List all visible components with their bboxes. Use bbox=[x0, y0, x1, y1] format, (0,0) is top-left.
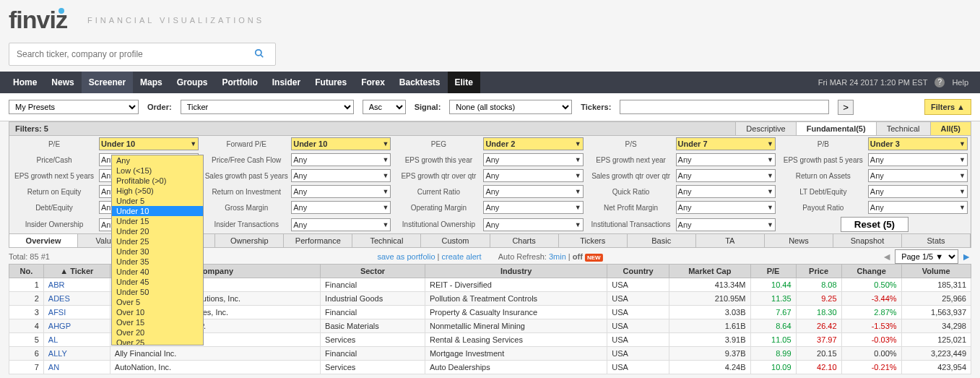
tab-all[interactable]: All(5) bbox=[930, 122, 971, 135]
tab-descriptive[interactable]: Descriptive bbox=[735, 122, 795, 135]
column-header[interactable]: Price bbox=[796, 265, 841, 278]
dropdown-item[interactable]: Under 35 bbox=[112, 257, 203, 267]
dropdown-item[interactable]: Under 30 bbox=[112, 246, 203, 257]
nav-screener[interactable]: Screener bbox=[82, 72, 133, 93]
dropdown-item[interactable]: High (>50) bbox=[112, 186, 203, 196]
dropdown-item[interactable]: Under 25 bbox=[112, 236, 203, 246]
pager-next-icon[interactable]: ► bbox=[961, 251, 971, 262]
cell-ticker[interactable]: ALLY bbox=[43, 347, 110, 361]
filter-select-gross_margin[interactable]: Any▼ bbox=[291, 201, 391, 214]
auto-refresh-on[interactable]: 3min bbox=[549, 252, 566, 261]
nav-groups[interactable]: Groups bbox=[170, 72, 215, 93]
pager-prev-icon[interactable]: ◄ bbox=[882, 251, 892, 262]
column-header[interactable]: Change bbox=[841, 265, 901, 278]
filter-select-sales_qoq[interactable]: Any▼ bbox=[676, 169, 776, 182]
view-tab-snapshot[interactable]: Snapshot bbox=[833, 234, 902, 247]
view-tab-ownership[interactable]: Ownership bbox=[215, 234, 284, 247]
filter-select-net_margin[interactable]: Any▼ bbox=[676, 201, 776, 214]
filters-toggle[interactable]: Filters ▲ bbox=[924, 99, 971, 115]
filter-select-peg[interactable]: Under 2▼ bbox=[483, 137, 583, 150]
column-header[interactable]: Industry bbox=[425, 265, 607, 278]
column-header[interactable]: ▲ Ticker bbox=[43, 265, 110, 278]
dropdown-item[interactable]: Under 10 bbox=[112, 206, 203, 216]
dropdown-item[interactable]: Low (<15) bbox=[112, 166, 203, 176]
filter-select-sales_past5[interactable]: Any▼ bbox=[291, 169, 391, 182]
pager-select[interactable]: Page 1/5 ▼ bbox=[895, 249, 958, 264]
view-tab-charts[interactable]: Charts bbox=[490, 234, 559, 247]
nav-portfolio[interactable]: Portfolio bbox=[214, 72, 264, 93]
create-alert-link[interactable]: create alert bbox=[442, 252, 482, 261]
column-header[interactable]: Volume bbox=[901, 265, 971, 278]
nav-elite[interactable]: Elite bbox=[448, 72, 480, 93]
filter-select-forward_pe[interactable]: Under 10▼ bbox=[291, 137, 391, 150]
dropdown-item[interactable]: Under 5 bbox=[112, 196, 203, 206]
column-header[interactable]: No. bbox=[9, 265, 44, 278]
dropdown-item[interactable]: Any bbox=[112, 155, 203, 166]
filter-select-inst_own[interactable]: Any▼ bbox=[483, 218, 583, 231]
help-icon[interactable]: ? bbox=[935, 77, 945, 87]
filter-select-eps_past5[interactable]: Any▼ bbox=[868, 153, 968, 166]
column-header[interactable]: Country bbox=[607, 265, 669, 278]
view-tab-stats[interactable]: Stats bbox=[902, 234, 971, 247]
nav-home[interactable]: Home bbox=[6, 72, 44, 93]
direction-select[interactable]: Asc bbox=[363, 100, 406, 114]
signal-select[interactable]: None (all stocks) bbox=[449, 100, 572, 114]
nav-news[interactable]: News bbox=[44, 72, 81, 93]
filter-select-payout[interactable]: Any▼ bbox=[868, 201, 968, 214]
tickers-go-button[interactable]: > bbox=[838, 100, 854, 115]
tab-technical[interactable]: Technical bbox=[876, 122, 930, 135]
nav-futures[interactable]: Futures bbox=[308, 72, 354, 93]
filter-select-eps_this_year[interactable]: Any▼ bbox=[483, 153, 583, 166]
nav-maps[interactable]: Maps bbox=[133, 72, 170, 93]
cell-ticker[interactable]: ABR bbox=[43, 278, 110, 292]
dropdown-item[interactable]: Over 5 bbox=[112, 297, 203, 307]
filter-select-current_ratio[interactable]: Any▼ bbox=[483, 185, 583, 198]
filter-select-roi[interactable]: Any▼ bbox=[291, 185, 391, 198]
filter-select-ps[interactable]: Under 7▼ bbox=[676, 137, 776, 150]
dropdown-item[interactable]: Under 45 bbox=[112, 277, 203, 287]
view-tab-technical[interactable]: Technical bbox=[352, 234, 421, 247]
presets-select[interactable]: My Presets bbox=[9, 100, 139, 114]
filter-select-inst_trans[interactable]: Any▼ bbox=[676, 218, 776, 231]
dropdown-item[interactable]: Under 15 bbox=[112, 216, 203, 226]
filter-select-insider_trans[interactable]: Any▼ bbox=[291, 218, 391, 231]
nav-backtests[interactable]: Backtests bbox=[392, 72, 448, 93]
cell-ticker[interactable]: AN bbox=[43, 361, 110, 374]
cell-ticker[interactable]: AL bbox=[43, 333, 110, 347]
view-tab-tickers[interactable]: Tickers bbox=[559, 234, 628, 247]
dropdown-item[interactable]: Under 50 bbox=[112, 287, 203, 297]
help-link[interactable]: Help bbox=[952, 78, 968, 87]
cell-ticker[interactable]: AFSI bbox=[43, 306, 110, 319]
view-tab-custom[interactable]: Custom bbox=[421, 234, 490, 247]
filter-select-price_fcf[interactable]: Any▼ bbox=[291, 153, 391, 166]
auto-refresh-off[interactable]: off bbox=[573, 252, 583, 261]
dropdown-item[interactable]: Under 20 bbox=[112, 226, 203, 236]
dropdown-item[interactable]: Over 25 bbox=[112, 338, 203, 345]
filter-select-op_margin[interactable]: Any▼ bbox=[483, 201, 583, 214]
view-tab-basic[interactable]: Basic bbox=[628, 234, 696, 247]
cell-ticker[interactable]: ADES bbox=[43, 292, 110, 306]
filter-select-eps_next_year[interactable]: Any▼ bbox=[676, 153, 776, 166]
view-tab-performance[interactable]: Performance bbox=[284, 234, 352, 247]
dropdown-item[interactable]: Profitable (>0) bbox=[112, 176, 203, 186]
dropdown-item[interactable]: Under 40 bbox=[112, 267, 203, 277]
nav-forex[interactable]: Forex bbox=[354, 72, 392, 93]
logo[interactable]: finviz bbox=[9, 6, 73, 34]
order-select[interactable]: Ticker bbox=[181, 100, 354, 114]
tickers-input[interactable] bbox=[620, 100, 829, 114]
column-header[interactable]: Market Cap bbox=[669, 265, 750, 278]
dropdown-item[interactable]: Over 15 bbox=[112, 317, 203, 327]
filter-select-eps_qoq[interactable]: Any▼ bbox=[483, 169, 583, 182]
view-tab-news[interactable]: News bbox=[765, 234, 833, 247]
filter-select-pe[interactable]: Under 10▼ bbox=[99, 137, 199, 150]
filter-select-lt_debt_eq[interactable]: Any▼ bbox=[868, 185, 968, 198]
search-icon[interactable] bbox=[254, 48, 264, 61]
dropdown-item[interactable]: Over 20 bbox=[112, 327, 203, 338]
search-input[interactable] bbox=[9, 43, 276, 66]
view-tab-overview[interactable]: Overview bbox=[9, 234, 78, 247]
cell-ticker[interactable]: AHGP bbox=[43, 319, 110, 333]
dropdown-item[interactable]: Over 10 bbox=[112, 307, 203, 317]
pe-dropdown[interactable]: AnyLow (<15)Profitable (>0)High (>50)Und… bbox=[111, 155, 204, 345]
view-tab-ta[interactable]: TA bbox=[696, 234, 765, 247]
save-as-portfolio-link[interactable]: save as portfolio bbox=[377, 252, 435, 261]
